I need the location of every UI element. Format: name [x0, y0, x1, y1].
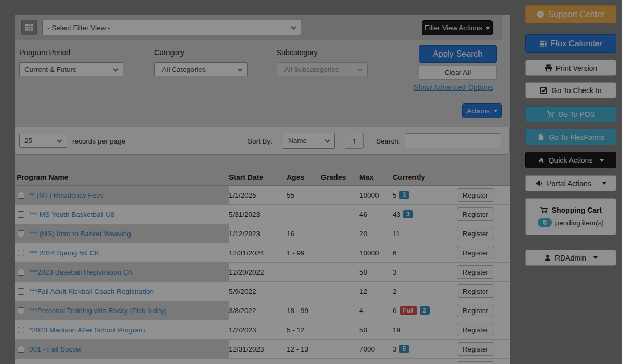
table-body: ** (MT) Residency Fees 1/1/2025 55 10000… — [15, 186, 510, 364]
program-name-link[interactable]: *** MS Youth Basketball U8 — [29, 211, 114, 218]
program-name-link[interactable]: 001 - Fall Soccer — [29, 345, 82, 353]
chevron-down-icon — [57, 137, 62, 142]
currently-cell: 2 — [393, 288, 457, 295]
support-center-label: Support Center — [548, 10, 605, 19]
rdadmin-label: RDAdmin — [555, 254, 586, 262]
go-to-pos-label: Go To POS — [558, 110, 595, 119]
up-arrow-icon: ↑ — [352, 136, 356, 145]
currently-cell: 43 3 — [393, 210, 457, 218]
calendar-icon — [539, 40, 547, 47]
program-name-link[interactable]: *** 2024 Spring 5K CK — [29, 249, 99, 257]
register-button[interactable]: Register — [457, 188, 494, 202]
apply-search-button[interactable]: Apply Search — [419, 45, 497, 63]
page-size-select[interactable]: 25 — [19, 134, 67, 148]
program-name-link[interactable]: ***2023 Baseball Registration CK — [29, 268, 133, 276]
program-name-link[interactable]: ***Personal Training with Rocky (Pick a … — [29, 307, 167, 315]
filter-view-select[interactable]: - Select Filter View - — [42, 20, 301, 35]
go-to-check-in-button[interactable]: Go To Check In — [525, 82, 616, 98]
sort-by-label: Sort By: — [248, 137, 273, 145]
register-button[interactable]: Register — [457, 207, 494, 221]
register-button[interactable]: Register — [457, 342, 494, 356]
pending-count-badge: 3 — [399, 191, 409, 199]
subcategory-label: Subcategory — [277, 48, 318, 57]
register-button[interactable]: Register — [457, 361, 494, 364]
filter-view-actions-button[interactable]: Filter View Actions — [422, 20, 493, 35]
program-name-link[interactable]: ***Fall Adult Kickball Coach Registratio… — [29, 288, 154, 295]
row-checkbox[interactable] — [18, 307, 24, 314]
register-button[interactable]: Register — [457, 227, 494, 240]
chevron-down-icon — [325, 137, 330, 142]
portal-actions-button[interactable]: Portal Actions — [525, 175, 616, 191]
caret-down-icon — [593, 256, 598, 259]
flame-icon — [538, 157, 545, 164]
table-row: *** (MS) Intro to Basket Weaving 1/12/20… — [15, 224, 510, 243]
search-input[interactable] — [405, 133, 501, 148]
sort-by-select[interactable]: Name — [283, 133, 335, 149]
sort-direction-button[interactable]: ↑ — [345, 133, 364, 149]
category-value: -All Categories- — [160, 66, 208, 73]
currently-cell: 6 — [393, 249, 457, 257]
filter-views-grid-button[interactable] — [21, 20, 37, 35]
print-version-label: Print Version — [556, 64, 597, 72]
currently-count: 11 — [393, 230, 400, 238]
currently-cell: 6 Full 2 — [393, 306, 457, 315]
program-period-select[interactable]: Current & Future — [19, 62, 123, 76]
actions-button[interactable]: Actions — [462, 103, 502, 118]
category-label: Category — [154, 48, 184, 57]
register-button[interactable]: Register — [457, 323, 494, 336]
start-date-cell: 1/2/2023 — [229, 326, 287, 334]
currently-cell: 11 — [393, 230, 457, 238]
row-checkbox[interactable] — [18, 211, 24, 218]
full-badge: Full — [400, 306, 417, 315]
program-period-value: Current & Future — [24, 66, 77, 73]
go-to-flexforms-button[interactable]: Go To FlexForms — [525, 129, 616, 145]
go-to-flexforms-label: Go To FlexForms — [549, 133, 604, 141]
support-center-button[interactable]: ? Support Center — [525, 5, 616, 23]
register-button[interactable]: Register — [457, 284, 494, 298]
subcategory-select: -All Subcategories- — [277, 62, 368, 76]
register-button[interactable]: Register — [457, 246, 494, 259]
register-button[interactable]: Register — [457, 304, 494, 317]
category-select[interactable]: -All Categories- — [154, 62, 248, 76]
list-controls-panel: 25 records per page Sort By: Name ↑ Sear… — [15, 127, 510, 155]
max-cell: 46 — [359, 211, 393, 218]
row-checkbox[interactable] — [18, 230, 24, 237]
print-version-button[interactable]: Print Version — [525, 60, 616, 76]
go-to-pos-button[interactable]: Go To POS — [525, 106, 616, 122]
row-checkbox[interactable] — [18, 327, 24, 333]
table-row: 01 - Practice for the Rec Cente Full Reg… — [15, 359, 510, 364]
column-header-start-date: Start Date — [229, 173, 287, 181]
chevron-down-icon — [291, 24, 296, 30]
table-row: ***Personal Training with Rocky (Pick a … — [15, 301, 510, 320]
row-checkbox[interactable] — [18, 269, 24, 276]
program-name-link[interactable]: ** (MT) Residency Fees — [29, 191, 103, 199]
program-name-link[interactable]: *2023 Madison After School Program — [29, 326, 145, 334]
currently-cell: 19 — [393, 326, 457, 334]
quick-actions-button[interactable]: Quick Actions — [525, 152, 616, 168]
rdadmin-button[interactable]: RDAdmin — [525, 250, 616, 266]
program-name-link[interactable]: *** (MS) Intro to Basket Weaving — [29, 230, 131, 238]
row-checkbox[interactable] — [18, 192, 24, 199]
row-checkbox[interactable] — [18, 288, 24, 295]
ages-cell: 55 — [287, 191, 321, 199]
clear-all-button[interactable]: Clear All — [419, 66, 497, 80]
svg-text:?: ? — [539, 11, 542, 17]
quick-actions-label: Quick Actions — [549, 156, 593, 164]
register-button[interactable]: Register — [457, 265, 494, 279]
currently-cell: 3 5 — [393, 345, 457, 353]
currently-count: 43 — [393, 211, 400, 218]
program-period-label: Program Period — [19, 48, 70, 57]
show-advanced-options-link[interactable]: Show Advanced Options — [413, 83, 493, 92]
row-checkbox[interactable] — [18, 346, 24, 353]
start-date-cell: 1/1/2025 — [229, 191, 287, 199]
chevron-down-icon — [358, 66, 363, 71]
flex-calendar-button[interactable]: Flex Calendar — [525, 34, 616, 53]
ages-cell: 12 - 13 — [287, 345, 321, 353]
shopping-cart-title: Shopping Cart — [552, 206, 602, 214]
ages-cell: 5 - 12 — [287, 326, 321, 334]
table-row: *** 2024 Spring 5K CK 12/31/2024 1 - 99 … — [15, 243, 510, 263]
page-size-value: 25 — [24, 137, 32, 145]
table-row: ***2023 Baseball Registration CK 12/20/2… — [15, 263, 510, 282]
records-per-page-label: records per page — [72, 137, 125, 145]
row-checkbox[interactable] — [18, 250, 24, 256]
